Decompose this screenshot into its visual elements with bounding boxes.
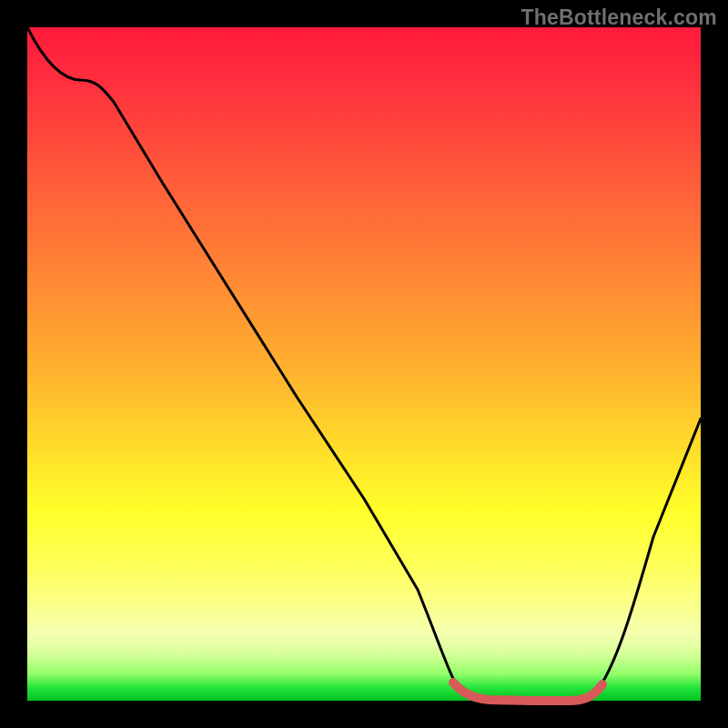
curve-svg xyxy=(27,27,701,701)
chart-frame: TheBottleneck.com xyxy=(0,0,728,728)
plot-gradient-area xyxy=(27,27,701,701)
optimal-range-marker xyxy=(453,682,602,701)
watermark-label: TheBottleneck.com xyxy=(521,5,717,30)
bottleneck-curve xyxy=(27,27,701,701)
